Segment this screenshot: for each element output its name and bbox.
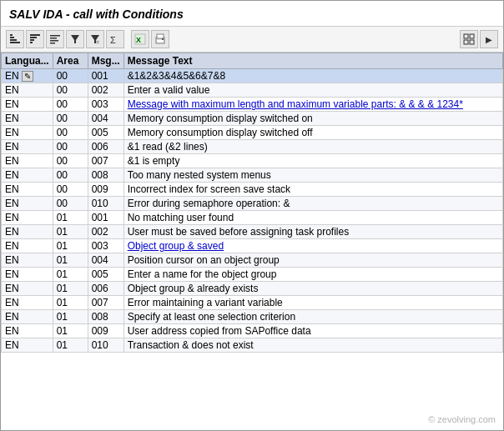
- table-container: Langua... Area Msg... Message Text EN ✎0…: [1, 53, 503, 430]
- cell-language: EN ✎: [2, 69, 53, 83]
- cell-area: 01: [53, 296, 88, 310]
- toolbar: = Σ X: [1, 27, 503, 53]
- data-table: Langua... Area Msg... Message Text EN ✎0…: [1, 53, 503, 353]
- cell-message-text: Object group & saved: [123, 239, 502, 253]
- lang-value: EN: [5, 70, 19, 82]
- table-row[interactable]: EN00005Memory consumption display switch…: [2, 126, 503, 140]
- message-text-link[interactable]: Object group & saved: [128, 240, 224, 252]
- sort-ascending-button[interactable]: [6, 30, 24, 48]
- svg-rect-2: [10, 37, 14, 38]
- edit-icon[interactable]: ✎: [22, 71, 33, 82]
- col-header-language[interactable]: Langua...: [2, 53, 53, 69]
- cell-message-text: Error maintaining a variant variable: [123, 296, 502, 310]
- svg-text:Σ: Σ: [110, 35, 116, 45]
- svg-rect-0: [10, 42, 20, 43]
- sort-descending-button[interactable]: [26, 30, 44, 48]
- filter-button[interactable]: [66, 30, 84, 48]
- svg-text:=: =: [96, 39, 99, 45]
- table-row[interactable]: EN01003Object group & saved: [2, 239, 503, 253]
- svg-rect-10: [50, 40, 58, 42]
- cell-area: 01: [53, 253, 88, 268]
- svg-rect-4: [30, 34, 40, 36]
- table-header-row: Langua... Area Msg... Message Text: [2, 53, 503, 69]
- find-button[interactable]: [46, 30, 64, 48]
- cell-area: 00: [53, 83, 88, 98]
- filter-set-button[interactable]: =: [86, 30, 104, 48]
- cell-msg: 008: [88, 168, 123, 183]
- table-row[interactable]: EN ✎00001&1&2&3&4&5&6&7&8: [2, 69, 503, 83]
- cell-area: 00: [53, 168, 88, 183]
- layout-button[interactable]: [460, 30, 478, 48]
- col-header-msg[interactable]: Msg...: [88, 53, 123, 69]
- subtotal-button[interactable]: Σ: [106, 30, 124, 48]
- cell-msg: 007: [88, 154, 123, 168]
- table-row[interactable]: EN01004Position cursor on an object grou…: [2, 253, 503, 268]
- table-row[interactable]: EN00006&1 read (&2 lines): [2, 140, 503, 154]
- cell-message-text: Incorrect index for screen save stack: [123, 183, 502, 197]
- table-row[interactable]: EN00009Incorrect index for screen save s…: [2, 183, 503, 197]
- cell-message-text: Transaction & does not exist: [123, 338, 502, 353]
- cell-msg: 006: [88, 140, 123, 154]
- cell-msg: 010: [88, 338, 123, 353]
- title-bar: SALV IDA - call with Conditions: [1, 1, 503, 27]
- cell-message-text: User address copied from SAPoffice data: [123, 324, 502, 338]
- cell-area: 00: [53, 69, 88, 83]
- cell-area: 01: [53, 268, 88, 282]
- cell-area: 01: [53, 211, 88, 225]
- cell-msg: 005: [88, 268, 123, 282]
- cell-area: 00: [53, 154, 88, 168]
- cell-msg: 006: [88, 282, 123, 296]
- cell-msg: 003: [88, 239, 123, 253]
- table-body: EN ✎00001&1&2&3&4&5&6&7&8EN00002Enter a …: [2, 69, 503, 353]
- table-row[interactable]: EN00004Memory consumption display switch…: [2, 112, 503, 126]
- message-text-link[interactable]: Message with maximum length and maximum …: [128, 98, 463, 110]
- table-row[interactable]: EN01009User address copied from SAPoffic…: [2, 324, 503, 338]
- cell-msg: 002: [88, 225, 123, 239]
- table-row[interactable]: EN00003Message with maximum length and m…: [2, 98, 503, 112]
- svg-rect-1: [10, 39, 17, 41]
- cell-area: 01: [53, 338, 88, 353]
- svg-rect-7: [30, 42, 33, 43]
- cell-msg: 005: [88, 126, 123, 140]
- col-header-area[interactable]: Area: [53, 53, 88, 69]
- table-row[interactable]: EN01008Specify at least one selection cr…: [2, 310, 503, 324]
- table-row[interactable]: EN00010Error during semaphore operation:…: [2, 197, 503, 211]
- cell-language: EN: [2, 112, 53, 126]
- svg-rect-25: [470, 40, 474, 44]
- svg-rect-11: [50, 43, 55, 44]
- svg-rect-20: [157, 40, 164, 43]
- cell-language: EN: [2, 338, 53, 353]
- cell-message-text: Memory consumption display switched on: [123, 112, 502, 126]
- cell-msg: 009: [88, 324, 123, 338]
- svg-rect-23: [470, 34, 474, 38]
- svg-text:X: X: [136, 36, 141, 44]
- cell-message-text: Specify at least one selection criterion: [123, 310, 502, 324]
- cell-area: 01: [53, 282, 88, 296]
- table-row[interactable]: EN00008Too many nested system menus: [2, 168, 503, 183]
- svg-rect-19: [157, 34, 164, 38]
- table-row[interactable]: EN01001No matching user found: [2, 211, 503, 225]
- table-row[interactable]: EN01005Enter a name for the object group: [2, 268, 503, 282]
- cell-message-text: User must be saved before assigning task…: [123, 225, 502, 239]
- cell-message-text: Too many nested system menus: [123, 168, 502, 183]
- cell-msg: 004: [88, 253, 123, 268]
- cell-area: 01: [53, 310, 88, 324]
- table-row[interactable]: EN01007Error maintaining a variant varia…: [2, 296, 503, 310]
- svg-point-21: [162, 38, 164, 40]
- col-header-message-text[interactable]: Message Text: [123, 53, 502, 69]
- cell-msg: 009: [88, 183, 123, 197]
- more-button[interactable]: ▶: [480, 30, 498, 48]
- cell-language: EN: [2, 211, 53, 225]
- print-button[interactable]: [151, 30, 169, 48]
- table-row[interactable]: EN01006Object group & already exists: [2, 282, 503, 296]
- table-row[interactable]: EN01010Transaction & does not exist: [2, 338, 503, 353]
- export-excel-button[interactable]: X: [131, 30, 149, 48]
- svg-rect-8: [50, 35, 60, 37]
- table-row[interactable]: EN01002User must be saved before assigni…: [2, 225, 503, 239]
- table-row[interactable]: EN00002Enter a valid value: [2, 83, 503, 98]
- svg-rect-9: [50, 38, 57, 39]
- table-row[interactable]: EN00007&1 is empty: [2, 154, 503, 168]
- page-title: SALV IDA - call with Conditions: [9, 8, 495, 21]
- cell-message-text: &1&2&3&4&5&6&7&8: [123, 69, 502, 83]
- cell-area: 00: [53, 112, 88, 126]
